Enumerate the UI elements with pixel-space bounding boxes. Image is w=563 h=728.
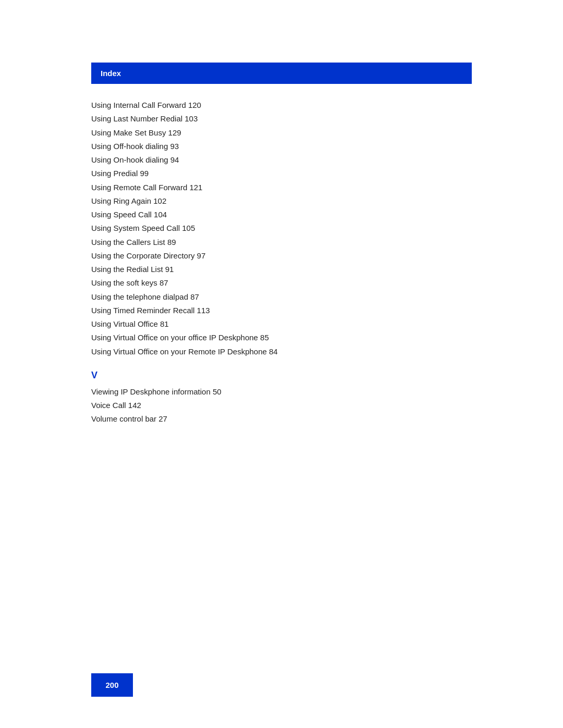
entry-5: Using Predial 99: [91, 167, 472, 180]
entry-0: Using Internal Call Forward 120: [91, 98, 472, 112]
page-number-box: 200: [91, 673, 133, 697]
section-v: V Viewing IP Deskphone information 50 Vo…: [91, 370, 472, 426]
entry-6: Using Remote Call Forward 121: [91, 181, 472, 194]
entry-18: Using Virtual Office on your Remote IP D…: [91, 345, 472, 359]
entry-2: Using Make Set Busy 129: [91, 126, 472, 140]
entry-14: Using the telephone dialpad 87: [91, 290, 472, 304]
page-number: 200: [105, 681, 118, 689]
content-area: Index Using Internal Call Forward 120 Us…: [91, 0, 472, 426]
entry-7: Using Ring Again 102: [91, 194, 472, 208]
entry-16: Using Virtual Office 81: [91, 317, 472, 331]
entry-13: Using the soft keys 87: [91, 276, 472, 290]
entry-15: Using Timed Reminder Recall 113: [91, 304, 472, 317]
page-container: Index Using Internal Call Forward 120 Us…: [0, 0, 563, 728]
section-v-letter: V: [91, 370, 472, 381]
entry-9: Using System Speed Call 105: [91, 221, 472, 235]
entry-11: Using the Corporate Directory 97: [91, 249, 472, 263]
entry-12: Using the Redial List 91: [91, 263, 472, 276]
v-entry-2: Volume control bar 27: [91, 412, 472, 426]
index-header: Index: [91, 63, 472, 84]
entry-8: Using Speed Call 104: [91, 208, 472, 221]
entry-3: Using Off-hook dialing 93: [91, 140, 472, 153]
entry-17: Using Virtual Office on your office IP D…: [91, 331, 472, 344]
index-entries-list: Using Internal Call Forward 120 Using La…: [91, 98, 472, 359]
entry-1: Using Last Number Redial 103: [91, 112, 472, 126]
v-entries-list: Viewing IP Deskphone information 50 Voic…: [91, 385, 472, 426]
entry-4: Using On-hook dialing 94: [91, 153, 472, 167]
entry-10: Using the Callers List 89: [91, 236, 472, 249]
v-entry-1: Voice Call 142: [91, 399, 472, 412]
v-entry-0: Viewing IP Deskphone information 50: [91, 385, 472, 399]
index-header-label: Index: [101, 69, 121, 78]
